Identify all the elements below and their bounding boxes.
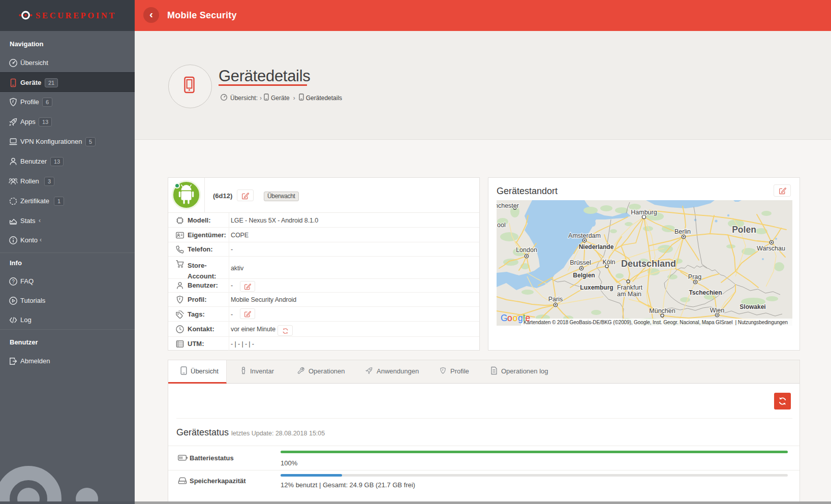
svg-text:ool: ool xyxy=(497,222,506,229)
svg-text:London: London xyxy=(516,246,537,254)
svg-text:Niederlande: Niederlande xyxy=(579,243,614,250)
svg-text:g: g xyxy=(518,313,523,323)
svg-text:Brüssel: Brüssel xyxy=(570,259,591,266)
svg-text:nchester: nchester xyxy=(497,202,519,209)
svg-text:Tschechien: Tschechien xyxy=(689,289,722,296)
svg-text:Prag: Prag xyxy=(688,273,701,280)
svg-text:Slowakei: Slowakei xyxy=(740,303,765,310)
svg-text:am Main: am Main xyxy=(617,291,641,298)
svg-text:Polen: Polen xyxy=(732,225,756,235)
svg-text:Berlin: Berlin xyxy=(674,228,691,235)
svg-text:Deutschland: Deutschland xyxy=(621,259,676,269)
svg-text:Hamburg: Hamburg xyxy=(631,209,657,216)
svg-text:Luxemburg: Luxemburg xyxy=(580,284,613,291)
svg-text:l: l xyxy=(523,313,525,323)
svg-text:e: e xyxy=(526,313,531,323)
svg-text:?: ? xyxy=(12,279,15,285)
svg-text:o: o xyxy=(507,313,512,323)
svg-text:Kartendaten © 2018 GeoBasis-DE: Kartendaten © 2018 GeoBasis-DE/BKG (©200… xyxy=(524,320,788,325)
svg-text:SECUREPOINT: SECUREPOINT xyxy=(36,11,116,20)
svg-text:Frankfurt: Frankfurt xyxy=(617,284,643,291)
svg-text:Paris: Paris xyxy=(548,296,563,303)
svg-text:Warschau: Warschau xyxy=(757,245,785,252)
svg-text:G: G xyxy=(501,313,508,323)
svg-text:München: München xyxy=(649,307,675,314)
svg-text:Köln: Köln xyxy=(602,259,615,266)
svg-text:Amsterdam: Amsterdam xyxy=(568,232,601,239)
svg-text:o: o xyxy=(513,313,518,323)
svg-text:Wien: Wien xyxy=(710,307,725,314)
svg-text:Belgien: Belgien xyxy=(573,272,595,279)
